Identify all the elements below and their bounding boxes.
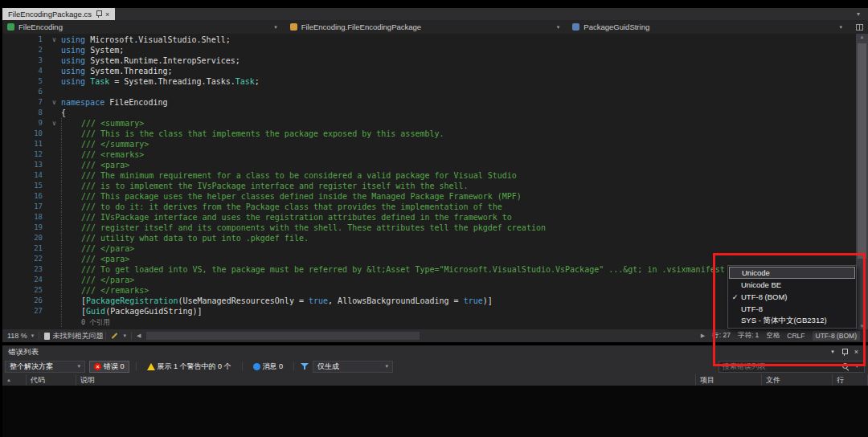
code-line[interactable]: 11/// </summary> — [2, 139, 856, 149]
search-icon[interactable] — [842, 363, 850, 370]
window-menu-chevron-icon[interactable]: ▾ — [831, 349, 834, 355]
encoding-indicator[interactable]: UTF-8 (BOM) — [813, 331, 860, 341]
col-description[interactable]: 说明 — [76, 374, 696, 386]
scroll-up-icon[interactable]: ▲ — [856, 35, 868, 39]
zoom-level[interactable]: 118 % — [2, 332, 29, 340]
tab-list-chevron-icon[interactable]: ▾ — [857, 10, 868, 18]
code-text[interactable]: /// to do it: it derives from the Packag… — [61, 202, 502, 212]
code-text[interactable]: [PackageRegistration(UseManagedResources… — [61, 296, 493, 306]
scroll-left-icon[interactable]: ◀ — [134, 333, 143, 339]
code-text[interactable]: /// is to implement the IVsPackage inter… — [61, 181, 469, 191]
code-text[interactable]: /// <remarks> — [61, 149, 144, 160]
code-text[interactable]: /// </remarks> — [61, 285, 149, 296]
code-text[interactable]: [Guid(PackageGuidString)] — [61, 306, 203, 317]
code-line[interactable]: 22/// <para> — [2, 254, 856, 264]
code-text[interactable]: namespace FileEncoding — [61, 97, 167, 108]
code-line[interactable]: 21/// </para> — [2, 243, 856, 254]
code-line[interactable]: 14/// The minimum requirement for a clas… — [2, 170, 856, 181]
scroll-down-icon[interactable]: ▼ — [856, 324, 868, 329]
code-text[interactable]: 0 个引用 — [61, 317, 110, 327]
pin-icon[interactable] — [841, 349, 847, 356]
code-text[interactable]: /// This is the class that implements th… — [61, 129, 444, 139]
encoding-menu-item[interactable]: Unicode BE — [729, 279, 855, 291]
scope-dropdown[interactable]: 整个解决方案 ▾ — [5, 361, 85, 373]
code-line[interactable]: 7∨namespace FileEncoding — [2, 97, 856, 108]
error-list-search[interactable]: ▾ — [719, 361, 865, 373]
chevron-down-icon[interactable]: ▾ — [557, 24, 563, 31]
code-text[interactable]: /// </para> — [61, 243, 134, 254]
col-project[interactable]: 项目 — [696, 374, 762, 386]
type-dropdown[interactable]: FileEncoding.FileEncodingPackage ▾ — [285, 20, 568, 34]
project-dropdown[interactable]: FileEncoding ▾ — [2, 20, 285, 34]
vertical-scrollbar-thumb[interactable] — [858, 43, 866, 259]
error-list-content[interactable] — [2, 386, 868, 437]
line-indicator[interactable]: 行: 27 — [712, 331, 731, 341]
line-ending-indicator[interactable]: CRLF — [787, 332, 805, 340]
encoding-menu-item[interactable]: Unicode — [729, 267, 855, 279]
horizontal-scrollbar[interactable] — [145, 329, 697, 342]
code-line[interactable]: 4using System.Threading; — [2, 66, 856, 76]
health-status-text[interactable]: 未找到相关问题 — [52, 331, 103, 341]
code-line[interactable]: 1∨using Microsoft.VisualStudio.Shell; — [2, 35, 856, 45]
code-text[interactable]: using Task = System.Threading.Tasks.Task… — [61, 76, 260, 87]
encoding-menu-item[interactable]: ✓UTF-8 (BOM) — [729, 291, 855, 303]
fold-chevron-icon[interactable]: ∨ — [47, 118, 61, 129]
code-text[interactable]: /// This package uses the helper classes… — [61, 191, 522, 202]
col-file[interactable]: 文件 — [762, 374, 833, 386]
zoom-chevron-icon[interactable]: ▾ — [29, 333, 37, 339]
chevron-down-icon[interactable]: ▾ — [274, 24, 280, 31]
col-code[interactable]: 代码 — [27, 374, 76, 386]
code-text[interactable]: using System.Runtime.InteropServices; — [61, 55, 240, 66]
code-line[interactable]: 5using Task = System.Threading.Tasks.Tas… — [2, 76, 856, 87]
col-severity[interactable]: ▲ — [2, 374, 27, 386]
code-line[interactable]: 19/// register itself and its components… — [2, 223, 856, 233]
code-line[interactable]: 10/// This is the class that implements … — [2, 129, 856, 139]
code-text[interactable]: using Microsoft.VisualStudio.Shell; — [61, 35, 231, 45]
code-text[interactable]: /// IVsPackage interface and uses the re… — [61, 212, 512, 223]
close-icon[interactable]: × — [854, 348, 858, 356]
code-line[interactable]: 18/// IVsPackage interface and uses the … — [2, 212, 856, 223]
pen-icon[interactable] — [112, 333, 118, 339]
code-text[interactable]: /// <para> — [61, 254, 129, 264]
warnings-filter-button[interactable]: 展示 1 个警告中的 0 个 — [143, 361, 235, 373]
split-editor-button[interactable] — [850, 20, 868, 34]
code-line[interactable]: 16/// This package uses the helper class… — [2, 191, 856, 202]
spaces-indicator[interactable]: 空格 — [766, 331, 780, 341]
code-text[interactable]: using System; — [61, 45, 124, 55]
messages-filter-button[interactable]: 消息 0 — [249, 361, 288, 373]
code-line[interactable]: 9∨/// <summary> — [2, 118, 856, 129]
errors-filter-button[interactable]: × 错误 0 — [89, 361, 129, 373]
code-text[interactable]: /// register itself and its components w… — [61, 223, 546, 233]
code-line[interactable]: 20/// utility what data to put into .pkg… — [2, 233, 856, 243]
member-dropdown[interactable]: PackageGuidString ▾ — [567, 20, 850, 34]
code-text[interactable]: /// The minimum requirement for a class … — [61, 170, 517, 181]
column-indicator[interactable]: 字符: 1 — [738, 331, 759, 341]
horizontal-scrollbar-thumb[interactable] — [146, 332, 420, 340]
code-text[interactable]: /// </para> — [61, 275, 134, 285]
pen-chevron-icon[interactable]: ▾ — [121, 333, 129, 339]
code-text[interactable]: { — [61, 108, 66, 118]
code-line[interactable]: 6 — [2, 87, 856, 97]
code-line[interactable]: 3using System.Runtime.InteropServices; — [2, 55, 856, 66]
col-line[interactable]: 行 — [833, 374, 868, 386]
code-line[interactable]: 17/// to do it: it derives from the Pack… — [2, 202, 856, 212]
tab-fileencodingpackage[interactable]: FileEncodingPackage.cs × — [2, 8, 115, 20]
code-line[interactable]: 2using System; — [2, 45, 856, 55]
encoding-menu-item[interactable]: UTF-8 — [729, 303, 855, 315]
code-text[interactable]: /// utility what data to put into .pkgde… — [61, 233, 309, 243]
search-input[interactable] — [723, 362, 839, 370]
search-chevron-icon[interactable]: ▾ — [853, 363, 861, 370]
code-line[interactable]: 13/// <para> — [2, 160, 856, 170]
document-health-icon[interactable] — [44, 333, 50, 340]
code-text[interactable]: using System.Threading; — [61, 66, 172, 76]
close-icon[interactable]: × — [105, 10, 109, 18]
code-text[interactable]: /// To get loaded into VS, the package m… — [61, 264, 754, 275]
code-text[interactable]: /// </summary> — [61, 139, 149, 149]
code-line[interactable]: 8{ — [2, 108, 856, 118]
fold-chevron-icon[interactable]: ∨ — [47, 97, 61, 108]
filter-icon[interactable] — [301, 362, 309, 370]
chevron-down-icon[interactable]: ▾ — [840, 24, 846, 31]
code-text[interactable]: /// <para> — [61, 160, 129, 170]
code-line[interactable]: 12/// <remarks> — [2, 149, 856, 160]
fold-chevron-icon[interactable]: ∨ — [47, 35, 61, 45]
